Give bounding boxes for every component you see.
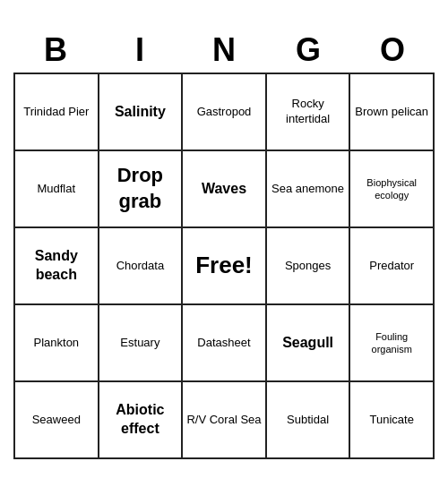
bingo-cell[interactable]: Chordata <box>99 228 184 305</box>
bingo-cell[interactable]: R/V Coral Sea <box>183 382 267 459</box>
header-letter: G <box>266 28 350 73</box>
header-letter: I <box>98 28 182 73</box>
bingo-cell[interactable]: Trinidad Pier <box>15 74 99 151</box>
bingo-cell[interactable]: Biophysical ecology <box>350 151 435 228</box>
bingo-cell[interactable]: Plankton <box>15 305 99 382</box>
bingo-cell[interactable]: Predator <box>350 228 435 305</box>
bingo-cell[interactable]: Datasheet <box>183 305 267 382</box>
bingo-cell[interactable]: Free! <box>183 228 267 305</box>
bingo-header: BINGO <box>13 28 435 73</box>
bingo-cell[interactable]: Drop grab <box>99 151 184 228</box>
bingo-cell[interactable]: Salinity <box>99 74 184 151</box>
bingo-cell[interactable]: Estuary <box>99 305 184 382</box>
bingo-cell[interactable]: Mudflat <box>15 151 99 228</box>
bingo-cell[interactable]: Brown pelican <box>350 74 435 151</box>
bingo-cell[interactable]: Tunicate <box>350 382 435 459</box>
header-letter: B <box>13 28 98 73</box>
bingo-cell[interactable]: Abiotic effect <box>99 382 184 459</box>
bingo-cell[interactable]: Sea anemone <box>267 151 351 228</box>
bingo-cell[interactable]: Gastropod <box>183 74 267 151</box>
bingo-card: BINGO Trinidad PierSalinityGastropodRock… <box>13 28 435 459</box>
bingo-cell[interactable]: Seaweed <box>15 382 99 459</box>
bingo-grid: Trinidad PierSalinityGastropodRocky inte… <box>13 73 435 459</box>
bingo-cell[interactable]: Subtidal <box>267 382 351 459</box>
bingo-cell[interactable]: Seagull <box>267 305 351 382</box>
bingo-cell[interactable]: Rocky intertidal <box>267 74 351 151</box>
bingo-cell[interactable]: Sponges <box>267 228 351 305</box>
header-letter: N <box>182 28 266 73</box>
bingo-cell[interactable]: Fouling organism <box>350 305 435 382</box>
header-letter: O <box>350 28 435 73</box>
bingo-cell[interactable]: Sandy beach <box>15 228 99 305</box>
bingo-cell[interactable]: Waves <box>183 151 267 228</box>
